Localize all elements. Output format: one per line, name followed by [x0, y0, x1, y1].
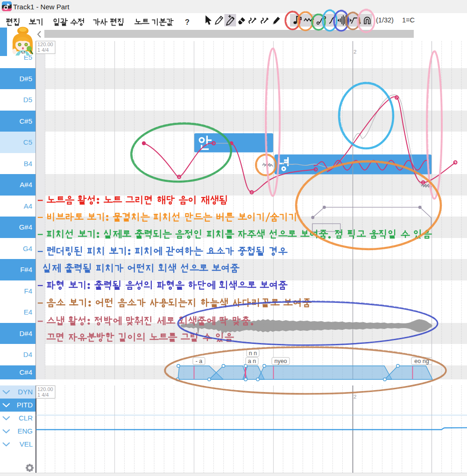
svg-text:2: 2 [354, 49, 356, 55]
svg-text:120.00: 120.00 [37, 42, 53, 47]
svg-text:?: ? [185, 18, 190, 26]
svg-text:2: 2 [354, 394, 356, 399]
svg-text:(1/32): (1/32) [376, 16, 394, 24]
svg-text:nyeo: nyeo [274, 358, 287, 364]
svg-text:120.00: 120.00 [37, 386, 53, 392]
svg-text:1 4/4: 1 4/4 [37, 392, 49, 398]
svg-text:- a: - a [196, 358, 203, 364]
svg-text:Track1 - New Part: Track1 - New Part [13, 3, 70, 11]
svg-text:a n: a n [248, 358, 256, 364]
svg-text:n n: n n [249, 350, 257, 357]
svg-text:1=C: 1=C [402, 16, 415, 24]
svg-text:1 4/4: 1 4/4 [37, 47, 49, 53]
